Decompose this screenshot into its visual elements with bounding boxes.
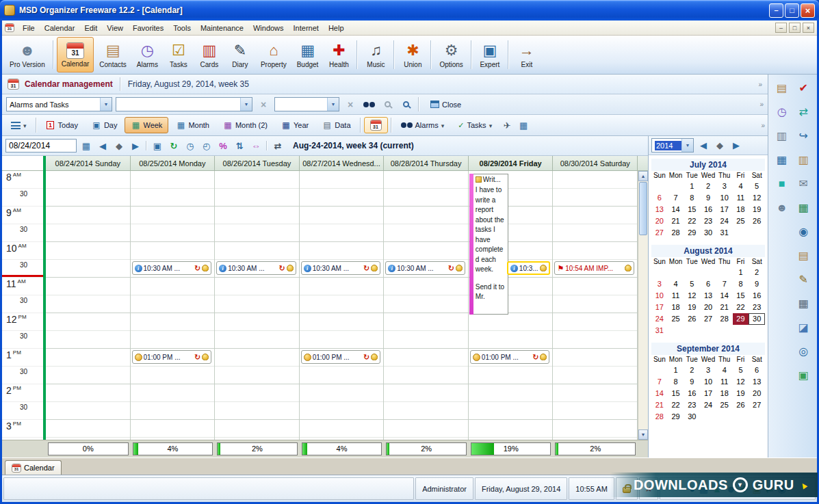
close-filter-button[interactable]: Close [424, 96, 467, 113]
globe-icon[interactable]: ◉ [795, 224, 811, 240]
mini-day-september-2014-8[interactable]: 8 [668, 376, 684, 388]
toolbar-budget-button[interactable]: Budget [292, 37, 324, 72]
close-window-button[interactable] [801, 3, 815, 18]
menu-file[interactable]: File [18, 23, 40, 34]
mini-day-august-2014-8[interactable]: 8 [733, 278, 749, 290]
mini-day-september-2014-15[interactable]: 15 [668, 388, 684, 399]
filter-category-select[interactable]: Alarms and Tasks [6, 97, 112, 111]
mini-day-july-2014-21[interactable]: 21 [668, 215, 684, 227]
mini-day-august-2014-1[interactable]: 1 [733, 267, 749, 278]
chart-icon[interactable]: ◪ [795, 319, 811, 336]
mini-day-august-2014-19[interactable]: 19 [684, 302, 700, 313]
mini-day-august-2014-7[interactable]: 7 [716, 278, 733, 290]
mini-day-august-2014-16[interactable]: 16 [749, 290, 765, 302]
menu-windows[interactable]: Windows [248, 23, 289, 34]
alarms-dropdown-button[interactable]: Alarms [395, 117, 451, 133]
mini-day-july-2014-28[interactable]: 28 [668, 227, 684, 239]
mini-day-july-2014-8[interactable]: 8 [684, 192, 700, 204]
mini-day-august-2014-5[interactable]: 5 [684, 278, 700, 290]
mini-day-july-2014-12[interactable]: 12 [749, 192, 765, 204]
schedule-icon[interactable]: ▣ [795, 367, 811, 384]
mini-day-september-2014-24[interactable]: 24 [700, 399, 716, 411]
search-button[interactable] [398, 97, 413, 112]
mini-day-july-2014-3[interactable]: 3 [716, 181, 733, 192]
view-month-2-button[interactable]: Month (2) [217, 117, 274, 133]
toolbar-property-button[interactable]: Property [256, 37, 291, 72]
menu-maintenance[interactable]: Maintenance [196, 23, 248, 34]
mini-day-august-2014-25[interactable]: 25 [668, 313, 684, 325]
mini-day-september-2014-17[interactable]: 17 [700, 388, 716, 399]
menu-internet[interactable]: Internet [289, 23, 324, 34]
mdi-restore-button[interactable] [789, 23, 801, 33]
mini-day-july-2014-29[interactable]: 29 [684, 227, 700, 239]
event-10-30-am[interactable]: i10:30 AM ...↻ [132, 261, 212, 275]
day-header-5[interactable]: 08/29/2014 Friday [469, 156, 554, 171]
day-header-2[interactable]: 08/26/2014 Tuesday [215, 156, 300, 171]
day-header-0[interactable]: 08/24/2014 Sunday [46, 156, 131, 171]
toolbar-tasks-button[interactable]: Tasks [164, 37, 194, 72]
fit-rows-button[interactable]: ⇅ [232, 138, 247, 153]
clear-search-button[interactable] [343, 97, 358, 112]
scroll-up-button[interactable] [638, 171, 648, 181]
overflow-chevron-icon[interactable] [758, 81, 762, 88]
clipboard-icon[interactable]: ▤ [795, 248, 811, 264]
mini-day-august-2014-29[interactable]: 29 [733, 313, 749, 325]
mini-day-july-2014-9[interactable]: 9 [700, 192, 716, 204]
toolbar-diary-button[interactable]: Diary [225, 37, 255, 72]
sync-icon[interactable]: ⇄ [795, 104, 811, 120]
menu-calendar[interactable]: Calendar [40, 23, 80, 34]
mini-day-august-2014-31[interactable]: 31 [651, 325, 668, 336]
current-month-button[interactable]: ◆ [712, 138, 727, 153]
mini-day-september-2014-7[interactable]: 7 [651, 376, 668, 388]
mini-day-july-2014-2[interactable]: 2 [700, 181, 716, 192]
find-next-button[interactable] [380, 97, 395, 112]
view-menu-button[interactable] [5, 117, 33, 133]
menu-tools[interactable]: Tools [168, 23, 196, 34]
view-month-button[interactable]: Month [170, 117, 216, 133]
mini-day-july-2014-24[interactable]: 24 [716, 215, 733, 227]
mini-day-july-2014-25[interactable]: 25 [733, 215, 749, 227]
mini-day-july-2014-10[interactable]: 10 [716, 192, 733, 204]
mini-day-september-2014-1[interactable]: 1 [668, 364, 684, 376]
toolbar-music-button[interactable]: Music [361, 37, 391, 72]
mdi-minimize-button[interactable] [775, 23, 787, 33]
mini-day-september-2014-30[interactable]: 30 [684, 411, 700, 423]
forward-button[interactable]: ▶ [128, 138, 143, 153]
mini-day-august-2014-4[interactable]: 4 [668, 278, 684, 290]
mdi-close-button[interactable] [803, 23, 814, 33]
mini-day-august-2014-17[interactable]: 17 [651, 302, 668, 313]
single-day-button[interactable]: ▣ [150, 138, 165, 153]
mini-day-august-2014-26[interactable]: 26 [684, 313, 700, 325]
toolbar-cards-button[interactable]: Cards [194, 37, 224, 72]
mini-day-august-2014-10[interactable]: 10 [651, 290, 668, 302]
mini-day-september-2014-5[interactable]: 5 [733, 364, 749, 376]
tasks-dropdown-button[interactable]: Tasks [452, 117, 498, 133]
date-navigator-button[interactable] [364, 117, 388, 133]
add-hours-button[interactable]: ◷ [183, 138, 198, 153]
next-month-button[interactable]: ▶ [729, 138, 744, 153]
toolbar-options-button[interactable]: Options [434, 37, 467, 72]
view-today-button[interactable]: Today [40, 117, 84, 133]
mini-day-july-2014-17[interactable]: 17 [716, 204, 733, 215]
mini-day-august-2014-22[interactable]: 22 [733, 302, 749, 313]
mini-day-july-2014-7[interactable]: 7 [668, 192, 684, 204]
mini-day-september-2014-12[interactable]: 12 [733, 376, 749, 388]
year-select[interactable]: 2014 [651, 138, 694, 152]
edit-icon[interactable]: ✎ [795, 271, 811, 288]
mini-day-september-2014-25[interactable]: 25 [716, 399, 733, 411]
mini-day-august-2014-2[interactable]: 2 [749, 267, 765, 278]
minimize-button[interactable] [769, 3, 783, 18]
mini-day-september-2014-23[interactable]: 23 [684, 399, 700, 411]
mini-day-july-2014-18[interactable]: 18 [733, 204, 749, 215]
toolbar-exit-button[interactable]: Exit [512, 37, 542, 72]
refresh-button[interactable]: ↻ [166, 138, 181, 153]
view-year-button[interactable]: Year [275, 117, 315, 133]
mini-day-july-2014-31[interactable]: 31 [716, 227, 733, 239]
spellcheck-icon[interactable]: ✔ [795, 80, 811, 96]
mini-day-july-2014-5[interactable]: 5 [749, 181, 765, 192]
mini-day-august-2014-27[interactable]: 27 [700, 313, 716, 325]
remove-hours-button[interactable]: ◴ [199, 138, 214, 153]
mini-day-september-2014-4[interactable]: 4 [716, 364, 733, 376]
day-header-1[interactable]: 08/25/2014 Monday [131, 156, 216, 171]
toolbar-health-button[interactable]: Health [324, 37, 354, 72]
